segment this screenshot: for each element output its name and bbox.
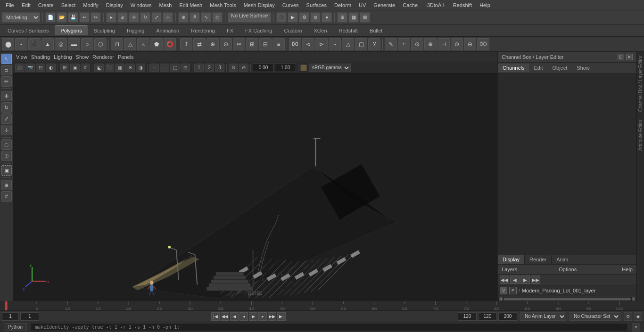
- shelf-quad[interactable]: ▢: [355, 38, 367, 50]
- shelf-connect[interactable]: ⊞: [246, 38, 258, 50]
- tab-bullet[interactable]: Bullet: [364, 26, 388, 35]
- current-frame-input[interactable]: [20, 312, 39, 321]
- scroll-thumb[interactable]: [504, 298, 631, 300]
- menu-surfaces[interactable]: Surfaces: [303, 1, 330, 9]
- render-scene-btn[interactable]: ▶: [288, 12, 298, 23]
- menu-select[interactable]: Select: [58, 1, 80, 9]
- rect-select[interactable]: ▣: [1, 165, 12, 176]
- shelf-bridge[interactable]: ⇄: [193, 38, 206, 50]
- display-tab[interactable]: Display: [498, 255, 525, 264]
- shelf-cone[interactable]: ▲: [41, 38, 54, 50]
- menu-edit-mesh[interactable]: Edit Mesh: [175, 1, 206, 9]
- scale-tool[interactable]: ⤢: [1, 113, 12, 124]
- char-set-dropdown[interactable]: No Character Set: [570, 312, 620, 321]
- channel-tab-edit[interactable]: Edit: [529, 64, 547, 72]
- shelf-super[interactable]: ⭕: [164, 38, 176, 50]
- redo-btn[interactable]: ↪: [91, 12, 101, 23]
- tab-redshift[interactable]: Redshift: [333, 26, 363, 35]
- menu-create[interactable]: Create: [34, 1, 58, 9]
- shelf-extrude[interactable]: ⤴: [180, 38, 192, 50]
- panel-close-btn[interactable]: ✕: [626, 54, 633, 60]
- render-view-btn[interactable]: 🎥: [276, 12, 287, 23]
- menu-mesh-tools[interactable]: Mesh Tools: [206, 1, 239, 9]
- vp-grid-toggle-btn[interactable]: #: [81, 64, 90, 72]
- render-rs-btn[interactable]: ●: [322, 12, 332, 23]
- shelf-collapse[interactable]: ⊳: [315, 38, 328, 50]
- menu-curves[interactable]: Curves: [279, 1, 303, 9]
- end-frame-input[interactable]: [498, 312, 517, 321]
- vp-res-hi-btn[interactable]: 3: [215, 64, 224, 72]
- layers-scrollbar[interactable]: ◂ ▸: [498, 296, 636, 301]
- layer-new-btn[interactable]: ◀◀: [500, 275, 509, 284]
- shelf-prism[interactable]: △: [124, 38, 136, 50]
- anim-tab[interactable]: Anim: [552, 255, 573, 264]
- layers-menu-help[interactable]: Help: [622, 267, 633, 272]
- tab-sculpting[interactable]: Sculpting: [88, 26, 121, 35]
- shelf-tri[interactable]: △: [342, 38, 354, 50]
- skip-start-btn[interactable]: |◀: [211, 312, 220, 321]
- show-manip[interactable]: ☉: [1, 151, 12, 161]
- shelf-sculpt[interactable]: ✎: [385, 38, 397, 50]
- shelf-sculpt2[interactable]: ⊙: [411, 38, 423, 50]
- shelf-disc[interactable]: ○: [81, 38, 93, 50]
- snap-toggle[interactable]: ⊕: [1, 180, 12, 190]
- menu-redshift[interactable]: Redshift: [449, 1, 476, 9]
- vp-res-med-btn[interactable]: 2: [205, 64, 214, 72]
- snap-curve-btn[interactable]: ∿: [201, 12, 211, 23]
- vp-frame-all-btn[interactable]: ⊞: [60, 64, 69, 72]
- snap-pts-btn[interactable]: ⊕: [178, 12, 189, 23]
- shelf-offset[interactable]: ≡: [272, 38, 285, 50]
- anim-layer-dropdown[interactable]: No Anim Layer: [520, 312, 566, 321]
- vp-far-clip-field[interactable]: [275, 64, 296, 72]
- menu-cache[interactable]: Cache: [399, 1, 421, 9]
- shelf-append[interactable]: ⊕: [206, 38, 219, 50]
- menu-edit[interactable]: Edit: [18, 1, 34, 9]
- vp-lights-btn[interactable]: ☀: [125, 64, 135, 72]
- python-label[interactable]: Python: [4, 323, 27, 331]
- vp-smooth-btn[interactable]: ⬛: [105, 64, 114, 72]
- shelf-torus[interactable]: ◎: [55, 38, 67, 50]
- frame-range-start-input[interactable]: [458, 312, 477, 321]
- lasso-btn[interactable]: ⌀: [117, 12, 128, 23]
- anim-key-btn[interactable]: ◆: [634, 312, 642, 321]
- channel-tab-object[interactable]: Object: [547, 64, 572, 72]
- transform-btn[interactable]: ⊹: [163, 12, 173, 23]
- vp-shadows-btn[interactable]: ◑: [136, 64, 145, 72]
- render-tab[interactable]: Render: [525, 255, 552, 264]
- vp-select-cam-btn[interactable]: ◐: [46, 64, 56, 72]
- shelf-relax[interactable]: ≈: [398, 38, 410, 50]
- shelf-split[interactable]: ✂: [233, 38, 245, 50]
- menu-3dtoall[interactable]: -3DtoAll-: [421, 1, 449, 9]
- panel-undock-btn[interactable]: ⊡: [618, 54, 624, 60]
- render-opts-btn[interactable]: ⚙: [299, 12, 309, 23]
- lasso-tool[interactable]: ⊃: [1, 65, 12, 75]
- menu-help[interactable]: Help: [476, 1, 494, 9]
- save-scene-btn[interactable]: 💾: [68, 12, 78, 23]
- frame-range-end-input[interactable]: [478, 312, 497, 321]
- tab-rendering[interactable]: Rendering: [185, 26, 221, 35]
- shelf-smooth[interactable]: ~: [329, 38, 341, 50]
- vp-menu-show[interactable]: Show: [76, 54, 89, 60]
- shelf-fill-hole[interactable]: ⊙: [220, 38, 232, 50]
- vp-menu-renderer[interactable]: Renderer: [92, 54, 114, 60]
- layers-menu-options[interactable]: Options: [559, 267, 577, 272]
- tab-custom[interactable]: Custom: [279, 26, 308, 35]
- render-ipr-btn[interactable]: ⊚: [310, 12, 321, 23]
- no-live-surface-btn[interactable]: No Live Surface: [228, 12, 271, 23]
- tab-rigging[interactable]: Rigging: [121, 26, 150, 35]
- grid-snap[interactable]: #: [1, 191, 12, 202]
- cmd-options-btn[interactable]: ≡: [632, 323, 640, 332]
- undo-btn[interactable]: ↩: [79, 12, 90, 23]
- next-frame-btn[interactable]: ▸: [258, 312, 267, 321]
- symmetry-btn[interactable]: ⊠: [360, 12, 370, 23]
- shelf-cube[interactable]: ▪: [15, 38, 27, 50]
- viewport-canvas[interactable]: d<48 1 2 3 4 persp x y: [13, 73, 497, 301]
- shelf-boolean[interactable]: ⊕: [424, 38, 437, 50]
- play-fwd-btn[interactable]: ▶: [249, 312, 257, 321]
- move-tool[interactable]: ✛: [1, 91, 12, 101]
- shelf-plane[interactable]: ▬: [68, 38, 80, 50]
- layer-add-sel-btn[interactable]: ◀: [510, 275, 520, 284]
- shelf-separate[interactable]: ⊝: [464, 38, 476, 50]
- channel-tab-channels[interactable]: Channels: [498, 64, 529, 72]
- select-tool[interactable]: ↖: [1, 54, 12, 64]
